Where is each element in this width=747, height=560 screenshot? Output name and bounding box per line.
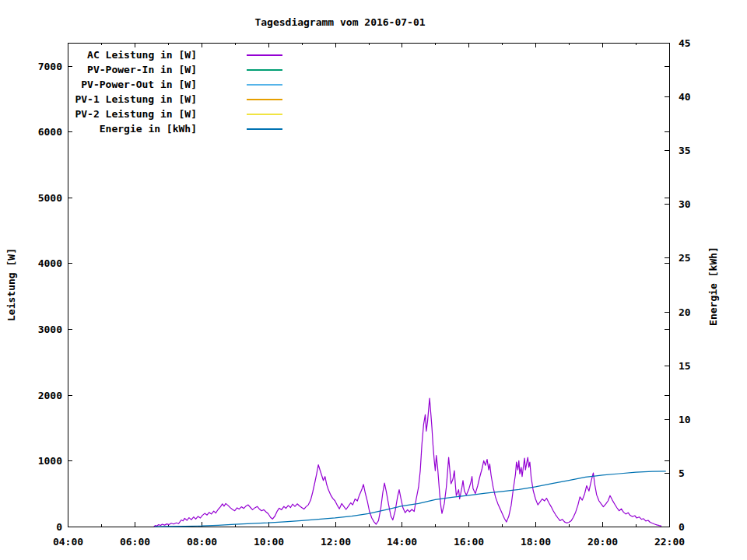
legend-label: AC Leistung in [W] xyxy=(87,49,197,61)
x-tick-label: 20:00 xyxy=(587,536,618,548)
y-tick-label: 3000 xyxy=(38,324,62,335)
legend-label: Energie in [kWh] xyxy=(100,123,197,135)
y2-tick-label: 20 xyxy=(679,306,691,318)
x-tick-label: 04:00 xyxy=(53,536,83,548)
y2-tick-label: 0 xyxy=(679,521,685,533)
y2-tick-label: 25 xyxy=(679,252,691,264)
y-tick-label: 5000 xyxy=(38,192,62,204)
x-tick-label: 06:00 xyxy=(120,536,150,548)
y-tick-label: 6000 xyxy=(38,126,62,138)
y-axis-label: Leistung [W] xyxy=(5,248,17,321)
y2-axis-ticks: 051015202530354045 xyxy=(665,37,691,533)
legend: AC Leistung in [W]PV-Power-In in [W]PV-P… xyxy=(75,49,282,135)
y2-tick-label: 15 xyxy=(679,360,691,372)
x-tick-label: 16:00 xyxy=(454,536,484,548)
legend-label: PV-Power-In in [W] xyxy=(87,64,197,75)
x-tick-label: 12:00 xyxy=(321,536,351,548)
legend-label: PV-Power-Out in [W] xyxy=(81,79,197,90)
chart-canvas: 04:0006:0008:0010:0012:0014:0016:0018:00… xyxy=(0,0,747,560)
y-tick-label: 2000 xyxy=(38,390,62,401)
daily-pv-chart: 04:0006:0008:0010:0012:0014:0016:0018:00… xyxy=(0,0,747,560)
series-line-0 xyxy=(154,398,661,527)
y2-axis-label: Energie [kWh] xyxy=(707,247,719,326)
legend-label: PV-2 Leistung in [W] xyxy=(75,108,197,120)
y2-tick-label: 45 xyxy=(679,37,691,49)
y-tick-label: 1000 xyxy=(38,455,62,467)
y-tick-label: 0 xyxy=(56,521,62,533)
y2-tick-label: 30 xyxy=(679,198,691,210)
y2-tick-label: 5 xyxy=(679,467,685,479)
chart-title: Tagesdiagramm vom 2016-07-01 xyxy=(254,16,425,28)
x-tick-label: 08:00 xyxy=(187,536,217,548)
x-tick-label: 10:00 xyxy=(254,536,284,548)
x-tick-label: 14:00 xyxy=(387,536,417,548)
y2-tick-label: 10 xyxy=(679,414,691,425)
x-tick-label: 22:00 xyxy=(654,536,685,548)
y2-tick-label: 40 xyxy=(679,91,691,103)
y2-tick-label: 35 xyxy=(679,145,691,156)
x-tick-label: 18:00 xyxy=(521,536,551,548)
y-tick-label: 4000 xyxy=(38,257,62,269)
y-tick-label: 7000 xyxy=(38,61,62,72)
series-line-5 xyxy=(155,471,666,527)
legend-label: PV-1 Leistung in [W] xyxy=(75,93,197,105)
